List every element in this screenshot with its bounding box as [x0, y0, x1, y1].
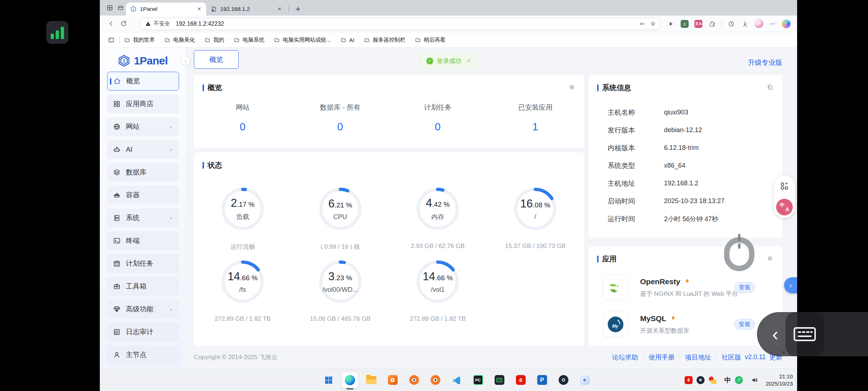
sidebar-item-数据库[interactable]: 数据库	[107, 163, 179, 182]
install-button[interactable]: 安装	[735, 282, 755, 293]
app-name[interactable]: OpenResty	[640, 277, 738, 286]
copy-icon[interactable]	[766, 84, 774, 91]
back-icon[interactable]	[105, 18, 117, 30]
tray-green-tool-icon[interactable]	[735, 376, 743, 384]
taskbar-vscode-icon[interactable]	[449, 372, 465, 388]
taskbar-clock[interactable]: 21:10 2025/10/23	[766, 373, 793, 387]
sidebar-item-网站[interactable]: 网站	[107, 117, 179, 136]
install-button[interactable]: 安装	[735, 319, 755, 330]
refresh-icon[interactable]	[117, 18, 129, 30]
sidebar-item-应用商店[interactable]: 应用商店	[107, 94, 179, 113]
taskbar-robot-app-icon[interactable]	[492, 372, 507, 388]
edge-pull-tab-button[interactable]: ‹	[784, 277, 797, 293]
upgrade-pro-link[interactable]: 升级专业版	[748, 58, 782, 67]
login-toast: ✓ 登录成功 ×	[420, 53, 477, 69]
apps-settings-gear-icon[interactable]	[766, 255, 774, 262]
tab-actions-icon[interactable]	[115, 3, 126, 13]
sidebar-item-label: 日志审计	[126, 327, 153, 337]
bookmark-item[interactable]: 稍后再看	[415, 37, 446, 43]
bookmark-item[interactable]: 我的	[204, 37, 224, 43]
sidebar-item-容器[interactable]: 容器	[107, 186, 179, 205]
bookmark-label: AI	[349, 37, 354, 43]
url-text[interactable]: 192.168.1.2:42232	[176, 21, 637, 27]
overview-stat[interactable]: 网站0	[194, 103, 292, 133]
sidebar-item-日志审计[interactable]: 日志审计	[107, 323, 179, 341]
browser-tab-ip[interactable]: × 192.168.1.2 ×	[206, 3, 286, 16]
bookmark-item[interactable]: 电脑系统	[234, 37, 264, 43]
tray-speaker-icon[interactable]	[751, 376, 759, 384]
taskbar-camera-app-icon[interactable]	[577, 372, 593, 388]
favorite-star-icon[interactable]	[647, 18, 658, 29]
taskbar-p-app-icon[interactable]: P	[534, 372, 550, 388]
page-tab-overview[interactable]: 概览	[194, 50, 239, 69]
new-tab-button[interactable]: +	[291, 4, 305, 14]
stat-value[interactable]: 0	[292, 121, 389, 133]
sidebar-item-高级功能[interactable]: 高级功能	[107, 300, 179, 319]
translate-extension-icon[interactable]: 文A	[693, 18, 704, 30]
sidebar-toggle-icon[interactable]	[106, 34, 116, 45]
overview-stat[interactable]: 数据库 - 所有0	[292, 103, 389, 133]
gauge-label: /	[535, 213, 536, 221]
sidebar-item-主节点[interactable]: 主节点	[107, 345, 179, 364]
footer-link[interactable]: 项目地址	[685, 353, 711, 362]
downloader-extension-icon[interactable]	[679, 18, 690, 30]
app-name[interactable]: MySQL	[640, 314, 689, 323]
bookmark-item[interactable]: 电脑实用网站或链...	[274, 37, 331, 43]
sidebar-item-概览[interactable]: 概览	[107, 72, 179, 91]
remote-control-bar: ‹	[757, 312, 868, 356]
sidebar-item-终端[interactable]: 终端	[107, 231, 179, 250]
browser-tab-1panel[interactable]: 1 1Panel ×	[126, 3, 206, 16]
footer-link[interactable]: 论坛求助	[612, 353, 638, 362]
tab-close-icon[interactable]: ×	[196, 5, 203, 13]
scan-widget-button[interactable]	[776, 178, 793, 194]
footer-link[interactable]: 使用手册	[648, 353, 675, 362]
tab-close-icon[interactable]: ×	[276, 5, 283, 13]
taskbar-edge-icon[interactable]	[342, 372, 358, 388]
taskbar-office-icon[interactable]	[385, 372, 401, 388]
gauge-row-2: 14.66 % /fs 272.89 GB / 1.82 TB 3.23 % /…	[194, 260, 584, 323]
play-icon[interactable]	[665, 18, 677, 30]
stats-overlay-widget[interactable]	[46, 21, 68, 44]
taskbar-blender-2-icon[interactable]	[427, 372, 443, 388]
stat-value[interactable]: 0	[389, 121, 487, 133]
security-label[interactable]: 不安全	[154, 20, 170, 27]
bookmark-item[interactable]: AI	[340, 37, 354, 43]
stat-value[interactable]: 0	[194, 121, 292, 133]
tray-mail-icon[interactable]	[709, 376, 716, 384]
taskbar-file-explorer-icon[interactable]	[363, 372, 379, 388]
tray-netease-icon[interactable]: 6	[685, 376, 693, 384]
history-icon[interactable]	[726, 18, 737, 30]
sidebar-item-label: 计划任务	[126, 259, 153, 268]
extensions-puzzle-icon[interactable]	[706, 18, 718, 30]
back-chevron-button[interactable]: ‹	[772, 325, 778, 344]
tray-steam-icon[interactable]	[697, 376, 705, 384]
password-key-icon[interactable]	[637, 18, 647, 29]
taskbar-windows-start-icon[interactable]	[321, 372, 337, 388]
copilot-icon[interactable]	[780, 18, 792, 30]
taskbar-netease-music-icon[interactable]: 6	[513, 372, 529, 388]
translate-widget-button[interactable]: 中A	[776, 199, 793, 215]
taskbar-blender-icon[interactable]	[406, 372, 422, 388]
workspaces-icon[interactable]	[104, 3, 115, 13]
bookmark-item[interactable]: 电脑美化	[164, 37, 195, 43]
sidebar-item-工具箱[interactable]: 工具箱	[107, 277, 179, 296]
sidebar-item-计划任务[interactable]: 计划任务	[107, 254, 179, 273]
tray-ime-icon[interactable]: 中	[724, 376, 731, 384]
keyboard-icon	[793, 326, 817, 342]
stat-value[interactable]: 1	[486, 121, 584, 133]
toast-close-icon[interactable]: ×	[467, 58, 471, 64]
more-menu-icon[interactable]	[767, 18, 778, 30]
address-bar[interactable]: ! 不安全 192.168.1.2:42232	[139, 18, 661, 30]
profile-avatar[interactable]	[753, 18, 765, 30]
taskbar-pycharm-icon[interactable]: PC	[470, 372, 486, 388]
sidebar-item-系统[interactable]: 系统	[107, 209, 179, 227]
downloads-icon[interactable]	[739, 18, 751, 30]
keyboard-toggle-button[interactable]	[786, 312, 824, 356]
sidebar-item-AI[interactable]: AI	[107, 140, 179, 159]
overview-stat[interactable]: 计划任务0	[389, 103, 487, 133]
overview-stat[interactable]: 已安装应用1	[486, 103, 584, 133]
bookmark-item[interactable]: 服务器控制栏	[364, 37, 405, 43]
bookmark-item[interactable]: 我的世界	[124, 37, 155, 43]
taskbar-steam-icon[interactable]	[556, 372, 571, 388]
overview-settings-gear-icon[interactable]	[568, 84, 575, 91]
